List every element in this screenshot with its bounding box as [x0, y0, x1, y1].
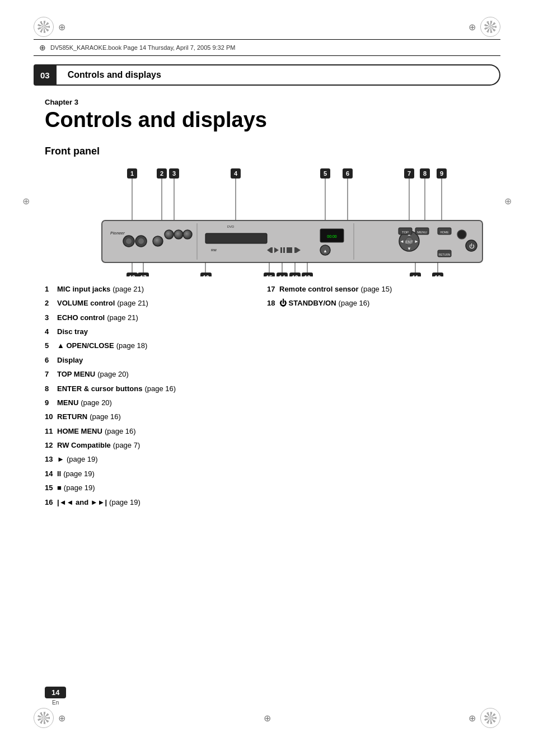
svg-rect-46	[287, 247, 292, 253]
bottom-right-circle-mark	[480, 708, 500, 728]
items-right-column: 17 Remote control sensor (page 15) 18 ⏻ …	[267, 283, 489, 509]
bottom-right-marks: ⊕	[469, 708, 500, 728]
bottom-left-circle-mark	[34, 708, 54, 728]
bottom-center-crosshair: ⊕	[264, 713, 271, 724]
svg-text:▲: ▲	[323, 248, 327, 253]
svg-text:Pioneer: Pioneer	[110, 231, 125, 235]
svg-text:HOME: HOME	[441, 231, 449, 234]
list-item: 7 TOP MENU (page 20)	[45, 368, 267, 381]
svg-text:2: 2	[160, 170, 163, 177]
svg-text:13: 13	[292, 275, 298, 276]
svg-point-35	[174, 230, 183, 239]
svg-rect-42	[271, 247, 273, 253]
svg-text:4: 4	[234, 170, 238, 177]
chapter-label: Chapter 3	[45, 98, 489, 106]
svg-text:►: ►	[414, 239, 419, 244]
svg-point-33	[153, 236, 163, 246]
file-info: DV585K_KARAOKE.book Page 14 Thursday, Ap…	[50, 44, 235, 51]
section-heading: Front panel	[45, 145, 489, 157]
top-left-circle-mark	[34, 17, 54, 37]
svg-text:9: 9	[440, 170, 443, 177]
svg-text:⏻: ⏻	[469, 243, 475, 249]
page-number-badge: 14	[45, 687, 66, 698]
svg-text:14: 14	[279, 275, 285, 276]
svg-rect-44	[280, 247, 282, 253]
list-item: 10 RETURN (page 16)	[45, 410, 267, 423]
svg-text:RW: RW	[211, 248, 217, 252]
left-margin-crosshair: ⊕	[22, 196, 30, 206]
list-item: 18 ⏻ STANDBY/ON (page 16)	[267, 297, 489, 309]
items-left-column: 1 MIC input jacks (page 21) 2 VOLUME con…	[45, 283, 267, 509]
items-grid: 1 MIC input jacks (page 21) 2 VOLUME con…	[45, 283, 489, 509]
header-crosshair: ⊕	[39, 43, 46, 52]
svg-text:6: 6	[346, 170, 349, 177]
svg-text:◄: ◄	[400, 239, 404, 244]
svg-text:11: 11	[412, 275, 419, 276]
svg-point-69	[457, 230, 466, 239]
bottom-registration-marks: ⊕ ⊕ ⊕	[34, 708, 500, 728]
svg-text:00:00: 00:00	[327, 234, 337, 238]
svg-text:8: 8	[423, 170, 427, 177]
list-item: 3 ECHO control (page 21)	[45, 311, 267, 324]
list-item: 17 Remote control sensor (page 15)	[267, 283, 489, 295]
svg-rect-45	[283, 247, 285, 253]
svg-point-36	[183, 230, 192, 239]
svg-text:1: 1	[130, 170, 134, 177]
chapter-number-badge: 03	[34, 64, 57, 86]
svg-text:12: 12	[304, 275, 311, 276]
list-item: 9 MENU (page 20)	[45, 396, 267, 409]
top-right-crosshair: ⊕	[469, 22, 476, 32]
svg-text:▼: ▼	[407, 246, 411, 251]
top-left-crosshair: ⊕	[58, 22, 65, 32]
svg-text:18: 18	[129, 275, 135, 276]
list-item: 2 VOLUME control (page 21)	[45, 297, 267, 309]
list-item: 16 |◄◄ and ►►| (page 19)	[45, 496, 267, 509]
svg-rect-39	[205, 233, 267, 243]
bottom-right-crosshair: ⊕	[469, 713, 476, 724]
svg-point-32	[138, 238, 144, 244]
top-right-circle-mark	[480, 17, 500, 37]
top-right-marks: ⊕	[469, 17, 500, 37]
svg-text:17: 17	[140, 275, 147, 276]
page-lang-label: En	[45, 699, 66, 706]
svg-text:10: 10	[434, 275, 441, 276]
list-item: 12 RW Compatible (page 7)	[45, 439, 267, 452]
top-registration-marks: ⊕ ⊕	[34, 17, 500, 37]
list-item: 6 Display	[45, 354, 267, 367]
list-item: 8 ENTER & cursor buttons (page 16)	[45, 382, 267, 395]
right-margin-crosshair: ⊕	[504, 196, 512, 206]
list-item: 4 Disc tray	[45, 325, 267, 338]
bottom-left-marks: ⊕	[34, 708, 65, 728]
main-content: Chapter 3 Controls and displays Front pa…	[45, 98, 489, 509]
bottom-left-crosshair: ⊕	[58, 713, 65, 724]
svg-text:DVD: DVD	[227, 225, 235, 228]
svg-text:MENU: MENU	[417, 231, 427, 234]
page-footer: 14 En	[45, 687, 66, 706]
svg-text:3: 3	[172, 170, 176, 177]
list-item: 5 ▲ OPEN/CLOSE (page 18)	[45, 339, 267, 352]
svg-rect-47	[294, 247, 296, 253]
front-panel-svg: 1 2 3 4 5 6 7	[46, 167, 488, 276]
chapter-title-band: Controls and displays	[57, 64, 500, 86]
list-item: 11 HOME MENU (page 16)	[45, 425, 267, 438]
svg-point-30	[126, 238, 132, 244]
svg-point-34	[165, 230, 174, 239]
list-item: 1 MIC input jacks (page 21)	[45, 283, 267, 295]
svg-text:15: 15	[266, 275, 273, 276]
svg-text:7: 7	[407, 170, 411, 177]
chapter-heading: Controls and displays	[45, 109, 489, 132]
svg-text:RETURN: RETURN	[439, 253, 451, 256]
header-bar: ⊕ DV585K_KARAOKE.book Page 14 Thursday, …	[34, 39, 500, 56]
chapter-band: 03 Controls and displays	[34, 64, 500, 86]
device-diagram: 1 2 3 4 5 6 7	[45, 167, 489, 278]
svg-text:16: 16	[203, 275, 209, 276]
svg-text:TOP: TOP	[402, 231, 409, 234]
list-item: 13 ► (page 19)	[45, 453, 267, 466]
list-item: 15 ■ (page 19)	[45, 481, 267, 494]
svg-text:5: 5	[324, 170, 327, 177]
list-item: 14 II (page 19)	[45, 467, 267, 480]
svg-text:ENT: ENT	[405, 240, 414, 244]
